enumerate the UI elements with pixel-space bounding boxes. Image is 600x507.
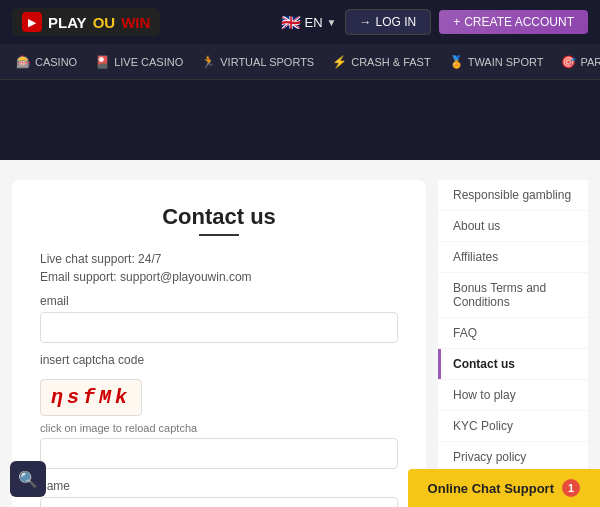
- nav-item-virtual-sports[interactable]: 🏃 VIRTUAL SPORTS: [193, 44, 322, 80]
- login-icon: →: [360, 15, 372, 29]
- logo-play-text: PLAY: [48, 14, 87, 31]
- captcha-image[interactable]: ηsfMk: [40, 379, 142, 416]
- sidebar-item-privacy-policy[interactable]: Privacy policy: [438, 442, 588, 472]
- main-content: Contact us Live chat support: 24/7 Email…: [0, 160, 600, 507]
- logo-win-text: WIN: [121, 14, 150, 31]
- page-title: Contact us: [40, 204, 398, 230]
- nav-icon: 🏃: [201, 44, 216, 80]
- name-label: name: [40, 479, 398, 493]
- nav-item-casino[interactable]: 🎰 CASINO: [8, 44, 85, 80]
- sidebar-item-how-to-play[interactable]: How to play: [438, 380, 588, 410]
- logo-icon: ▶: [22, 12, 42, 32]
- sidebar-item-affiliates[interactable]: Affiliates: [438, 242, 588, 272]
- nav-item-parlaybay[interactable]: 🎯 PARLAYBAY: [553, 44, 600, 80]
- sidebar-item-contact-us[interactable]: Contact us: [438, 349, 588, 379]
- chat-badge: 1: [562, 479, 580, 497]
- nav-item-live-casino[interactable]: 🎴 LIVE CASINO: [87, 44, 191, 80]
- email-label: email: [40, 294, 398, 308]
- nav-icon: 🏅: [449, 44, 464, 80]
- sidebar-item-kyc-policy[interactable]: KYC Policy: [438, 411, 588, 441]
- online-chat-support-button[interactable]: Online Chat Support 1: [408, 469, 600, 507]
- name-input[interactable]: [40, 497, 398, 507]
- sidebar-item-faq[interactable]: FAQ: [438, 318, 588, 348]
- navigation: 🎰 CASINO🎴 LIVE CASINO🏃 VIRTUAL SPORTS⚡ C…: [0, 44, 600, 80]
- hero-area: [0, 80, 600, 160]
- chat-label: Online Chat Support: [428, 481, 554, 496]
- search-fab-button[interactable]: 🔍: [10, 461, 46, 497]
- nav-icon: 🎴: [95, 44, 110, 80]
- logo-ou-text: OU: [93, 14, 116, 31]
- sidebar-item-about-us[interactable]: About us: [438, 211, 588, 241]
- header: ▶ PLAYOUWIN 🇬🇧 EN ▼ → LOG IN + CREATE AC…: [0, 0, 600, 44]
- nav-icon: 🎯: [561, 44, 576, 80]
- captcha-label: insert captcha code: [40, 353, 398, 367]
- lang-code: EN: [305, 15, 323, 30]
- header-right: 🇬🇧 EN ▼ → LOG IN + CREATE ACCOUNT: [281, 9, 588, 35]
- chevron-down-icon: ▼: [327, 17, 337, 28]
- email-support-info: Email support: support@playouwin.com: [40, 270, 398, 284]
- flag-icon: 🇬🇧: [281, 13, 301, 32]
- login-button[interactable]: → LOG IN: [345, 9, 432, 35]
- search-icon: 🔍: [18, 470, 38, 489]
- nav-icon: ⚡: [332, 44, 347, 80]
- nav-item-crash-&-fast[interactable]: ⚡ CRASH & FAST: [324, 44, 438, 80]
- sidebar: Responsible gamblingAbout usAffiliatesBo…: [438, 180, 588, 507]
- title-underline: [199, 234, 239, 236]
- logo[interactable]: ▶ PLAYOUWIN: [12, 8, 160, 36]
- create-account-button[interactable]: + CREATE ACCOUNT: [439, 10, 588, 34]
- email-input[interactable]: [40, 312, 398, 343]
- nav-icon: 🎰: [16, 44, 31, 80]
- nav-item-twain-sport[interactable]: 🏅 TWAIN SPORT: [441, 44, 552, 80]
- sidebar-item-responsible-gambling[interactable]: Responsible gambling: [438, 180, 588, 210]
- language-selector[interactable]: 🇬🇧 EN ▼: [281, 13, 337, 32]
- captcha-hint: click on image to reload captcha: [40, 422, 398, 434]
- person-icon: +: [453, 15, 460, 29]
- live-chat-info: Live chat support: 24/7: [40, 252, 398, 266]
- sidebar-item-bonus-terms-and-conditions[interactable]: Bonus Terms and Conditions: [438, 273, 588, 317]
- captcha-input[interactable]: [40, 438, 398, 469]
- contact-form-area: Contact us Live chat support: 24/7 Email…: [12, 180, 426, 507]
